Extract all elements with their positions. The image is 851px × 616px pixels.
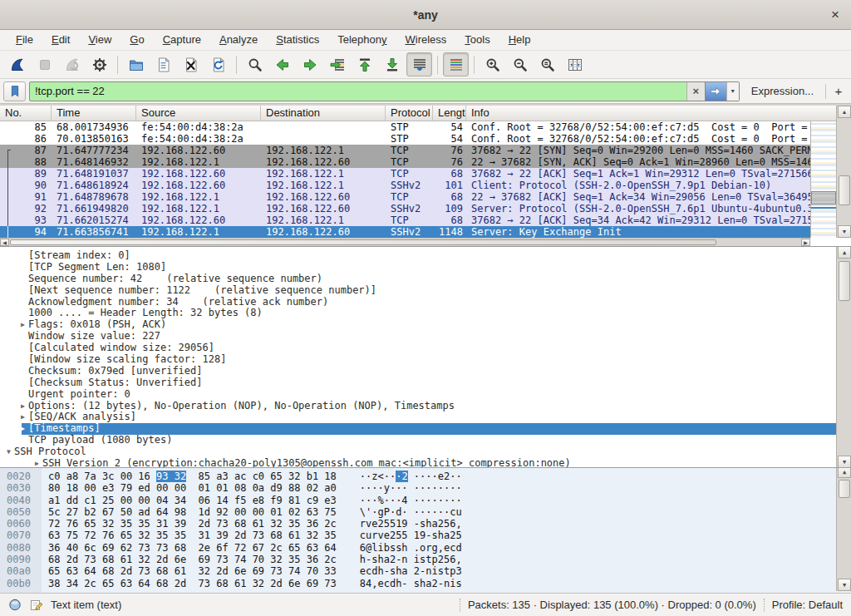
expander-closed-icon[interactable]: ▶: [17, 411, 28, 423]
restart-capture-button[interactable]: [59, 52, 85, 76]
menu-go[interactable]: Go: [121, 30, 153, 50]
detail-row[interactable]: ▶[Timestamps]: [0, 423, 836, 435]
go-to-bottom-button[interactable]: [379, 52, 405, 76]
column-header-no[interactable]: No.: [0, 106, 52, 121]
detail-row[interactable]: Urgent pointer: 0: [0, 389, 836, 401]
detail-row[interactable]: TCP payload (1080 bytes): [0, 435, 836, 446]
detail-row[interactable]: [Next sequence number: 1122 (relative se…: [0, 285, 836, 297]
menu-tools[interactable]: Tools: [455, 30, 499, 50]
hex-row-0060[interactable]: 006072 76 65 32 35 35 31 39 2d 73 68 61 …: [0, 518, 851, 530]
scroll-up-icon[interactable]: ▲: [838, 246, 851, 259]
title-bar[interactable]: *any ×: [0, 0, 851, 30]
save-file-button[interactable]: [150, 52, 176, 76]
hex-row-0030[interactable]: 003080 18 00 e3 79 ed 00 00 01 01 08 0a …: [0, 482, 851, 494]
detail-row[interactable]: Checksum: 0x79ed [unverified]: [0, 366, 836, 377]
find-packet-button[interactable]: [242, 52, 268, 76]
detail-row[interactable]: 1000 .... = Header Length: 32 bytes (8): [0, 308, 836, 319]
hex-row-0050[interactable]: 00505c 27 b2 67 50 ad 64 98 1d 92 00 00 …: [0, 506, 851, 518]
detail-row[interactable]: [Window size scaling factor: 128]: [0, 354, 836, 366]
column-header-proto[interactable]: Protocol: [386, 106, 433, 121]
scroll-up-icon[interactable]: ▲: [838, 467, 851, 478]
hex-row-0020[interactable]: 0020c0 a8 7a 3c 00 16 93 32 85 a3 ac c0 …: [0, 471, 851, 482]
auto-scroll-button[interactable]: [406, 52, 432, 76]
capture-options-button[interactable]: [86, 52, 112, 76]
expression-button[interactable]: Expression...: [743, 85, 822, 97]
colorize-button[interactable]: [443, 52, 469, 76]
bytes-vthumb[interactable]: [839, 480, 850, 498]
detail-row[interactable]: [Calculated window size: 29056]: [0, 342, 836, 354]
packet-row-86[interactable]: 8670.013850163fe:54:00:d4:38:2aSTP54Conf…: [0, 133, 810, 145]
intelligent-scrollbar[interactable]: [810, 121, 836, 238]
expert-info-icon[interactable]: [8, 598, 22, 612]
packet-row-94[interactable]: 9471.663856741192.168.122.1192.168.122.6…: [0, 226, 810, 238]
column-header-info[interactable]: Info: [466, 106, 836, 121]
detail-row[interactable]: ▶[SEQ/ACK analysis]: [0, 411, 836, 423]
menu-statistics[interactable]: Statistics: [267, 30, 328, 50]
hex-row-00a0[interactable]: 00a065 63 64 68 2d 73 68 61 32 2d 6e 69 …: [0, 565, 851, 577]
menu-help[interactable]: Help: [499, 30, 540, 50]
packet-list-vthumb[interactable]: [839, 175, 850, 205]
detail-row[interactable]: Acknowledgment number: 34 (relative ack …: [0, 297, 836, 308]
stop-capture-button[interactable]: [32, 52, 57, 76]
packet-row-92[interactable]: 9271.661949820192.168.122.1192.168.122.6…: [0, 203, 810, 214]
menu-edit[interactable]: Edit: [42, 30, 79, 50]
packet-row-93[interactable]: 9371.662015274192.168.122.60192.168.122.…: [0, 214, 810, 226]
bytes-vscrollbar[interactable]: ▲ ▼: [836, 467, 851, 591]
display-filter-input[interactable]: [30, 82, 686, 101]
packet-row-90[interactable]: 9071.648618924192.168.122.60192.168.122.…: [0, 180, 810, 191]
zoom-100-button[interactable]: [534, 52, 560, 76]
packet-list-vscrollbar[interactable]: ▲ ▼: [836, 106, 851, 238]
packet-list-hscrollbar[interactable]: ◀ ▶: [0, 238, 810, 246]
detail-row[interactable]: Sequence number: 42 (relative sequence n…: [0, 274, 836, 285]
minimap-slider[interactable]: [811, 191, 836, 205]
detail-row[interactable]: ▶SSH Version 2 (encryption:chacha20-poly…: [0, 458, 836, 467]
filter-bookmark-button[interactable]: [3, 81, 26, 101]
add-filter-button[interactable]: +: [829, 84, 848, 98]
packet-row-85[interactable]: 8568.001734936fe:54:00:d4:38:2aSTP54Conf…: [0, 121, 810, 133]
packet-row-89[interactable]: 8971.648191037192.168.122.60192.168.122.…: [0, 168, 810, 180]
packet-row-91[interactable]: 9171.648789678192.168.122.1192.168.122.6…: [0, 191, 810, 203]
menu-wireless[interactable]: Wireless: [396, 30, 456, 50]
detail-row[interactable]: ▼SSH Protocol: [0, 446, 836, 458]
column-header-dst[interactable]: Destination: [261, 106, 386, 121]
expander-open-icon[interactable]: ▼: [3, 446, 14, 458]
go-back-button[interactable]: [269, 52, 295, 76]
detail-row[interactable]: [TCP Segment Len: 1080]: [0, 262, 836, 274]
column-header-time[interactable]: Time: [52, 106, 136, 121]
hex-row-00b0[interactable]: 00b038 34 2c 65 63 64 68 2d 73 68 61 32 …: [0, 578, 851, 589]
reload-file-button[interactable]: [205, 52, 231, 76]
packet-row-87[interactable]: 8771.647777234192.168.122.60192.168.122.…: [0, 145, 810, 156]
open-file-button[interactable]: [123, 52, 149, 76]
start-capture-button[interactable]: [4, 52, 30, 76]
menu-analyze[interactable]: Analyze: [210, 30, 267, 50]
hex-row-0080[interactable]: 008036 40 6c 69 62 73 73 68 2e 6f 72 67 …: [0, 542, 851, 554]
expander-closed-icon[interactable]: ▶: [17, 423, 28, 435]
detail-row[interactable]: ▶Flags: 0x018 (PSH, ACK): [0, 319, 836, 331]
hex-row-0040[interactable]: 0040a1 dd c1 25 00 00 04 34 06 14 f5 e8 …: [0, 495, 851, 506]
column-header-src[interactable]: Source: [136, 106, 261, 121]
detail-row[interactable]: Window size value: 227: [0, 331, 836, 342]
zoom-out-button[interactable]: [507, 52, 533, 76]
scroll-down-icon[interactable]: ▼: [838, 579, 851, 591]
filter-apply-button[interactable]: [705, 82, 726, 101]
scroll-down-icon[interactable]: ▼: [838, 225, 851, 238]
packet-list-hthumb[interactable]: [10, 239, 716, 245]
details-vscrollbar[interactable]: ▲ ▼: [836, 246, 851, 467]
menu-telephony[interactable]: Telephony: [328, 30, 396, 50]
profile-text[interactable]: Profile: Default: [772, 599, 843, 611]
hex-row-0090[interactable]: 009068 2d 73 68 61 32 2d 6e 69 73 74 70 …: [0, 554, 851, 565]
detail-row[interactable]: ▶Options: (12 bytes), No-Operation (NOP)…: [0, 401, 836, 412]
resize-columns-button[interactable]: [562, 52, 588, 76]
menu-file[interactable]: File: [7, 30, 42, 50]
close-icon[interactable]: ×: [826, 6, 844, 24]
expander-closed-icon[interactable]: ▶: [17, 319, 28, 331]
filter-dropdown-button[interactable]: ▾: [726, 82, 739, 101]
filter-clear-button[interactable]: ×: [686, 82, 705, 101]
expander-closed-icon[interactable]: ▶: [17, 401, 28, 412]
column-header-len[interactable]: Length: [433, 106, 466, 121]
detail-row[interactable]: [Stream index: 0]: [0, 250, 836, 262]
go-to-top-button[interactable]: [352, 52, 377, 76]
scroll-down-icon[interactable]: ▼: [838, 456, 851, 467]
zoom-in-button[interactable]: [480, 52, 505, 76]
packet-row-88[interactable]: 8871.648146932192.168.122.1192.168.122.6…: [0, 156, 810, 168]
